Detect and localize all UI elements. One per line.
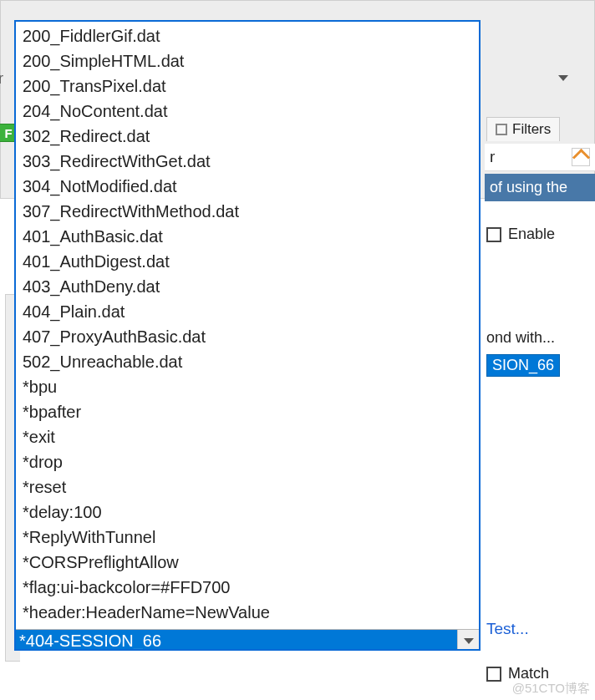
dropdown-item[interactable]: 502_Unreachable.dat: [19, 349, 479, 374]
dropdown-input[interactable]: [16, 630, 457, 651]
dropdown-item[interactable]: 304_NotModified.dat: [19, 174, 479, 199]
dropdown-item[interactable]: 200_FiddlerGif.dat: [19, 23, 479, 48]
dropdown-item[interactable]: 401_AuthBasic.dat: [19, 224, 479, 249]
text-fragment-r: r: [490, 148, 495, 166]
match-checkbox[interactable]: Match: [486, 665, 549, 682]
enable-checkbox[interactable]: Enable: [486, 226, 555, 243]
respond-with-label: ond with...: [485, 327, 595, 348]
dropdown-item[interactable]: 303_RedirectWithGet.dat: [19, 149, 479, 174]
dropdown-item[interactable]: *bpafter: [19, 399, 479, 424]
dropdown-item[interactable]: 204_NoContent.dat: [19, 99, 479, 124]
dropdown-item[interactable]: *flag:ui-backcolor=#FFD700: [19, 575, 479, 600]
checkbox-box-icon: [486, 227, 501, 242]
dropdown-item[interactable]: *bpu: [19, 374, 479, 399]
tab-filters-label: Filters: [512, 121, 551, 138]
match-checkbox-label: Match: [508, 665, 549, 682]
dropdown-item[interactable]: *header:HeaderName=NewValue: [19, 600, 479, 625]
dropdown-caret-icon[interactable]: [457, 630, 479, 651]
dropdown-list[interactable]: 200_FiddlerGif.dat200_SimpleHTML.dat200_…: [16, 22, 479, 629]
filter-icon: [496, 124, 507, 135]
dropdown-field[interactable]: [16, 629, 479, 651]
dropdown-item[interactable]: 407_ProxyAuthBasic.dat: [19, 324, 479, 349]
tab-filters[interactable]: Filters: [486, 117, 560, 141]
chevron-down-icon[interactable]: [558, 75, 568, 81]
dropdown-item[interactable]: *exit: [19, 424, 479, 449]
watermark: @51CTO博客: [512, 681, 590, 697]
dropdown-item[interactable]: *ReplyWithTunnel: [19, 525, 479, 550]
dropdown-item[interactable]: 200_SimpleHTML.dat: [19, 48, 479, 74]
dropdown-item[interactable]: 403_AuthDeny.dat: [19, 274, 479, 299]
edit-icon[interactable]: [572, 148, 590, 166]
right-panel: Filters r of using the Enable ond with..…: [485, 0, 595, 700]
test-link[interactable]: Test...: [486, 620, 529, 637]
dropdown-item[interactable]: *delay:100: [19, 500, 479, 525]
dropdown-item[interactable]: 200_TransPixel.dat: [19, 74, 479, 99]
response-action-dropdown[interactable]: 200_FiddlerGif.dat200_SimpleHTML.dat200_…: [14, 20, 481, 651]
enable-checkbox-label: Enable: [508, 226, 555, 243]
dropdown-item[interactable]: 401_AuthDigest.dat: [19, 249, 479, 274]
dropdown-item[interactable]: 307_RedirectWithMethod.dat: [19, 199, 479, 224]
dropdown-item[interactable]: 302_Redirect.dat: [19, 124, 479, 149]
page-root: Ar F Filters r of using the Enable ond w…: [0, 0, 595, 700]
dropdown-item[interactable]: *CORSPreflightAllow: [19, 550, 479, 575]
info-banner-text: of using the: [490, 179, 567, 195]
info-banner: of using the: [485, 174, 595, 201]
selected-session-chip[interactable]: SION_66: [486, 354, 560, 377]
truncated-label: Ar: [0, 70, 3, 88]
dropdown-item[interactable]: *drop: [19, 449, 479, 474]
dropdown-item[interactable]: *reset: [19, 474, 479, 500]
checkbox-box-icon: [486, 667, 501, 682]
dropdown-item[interactable]: 404_Plain.dat: [19, 299, 479, 324]
